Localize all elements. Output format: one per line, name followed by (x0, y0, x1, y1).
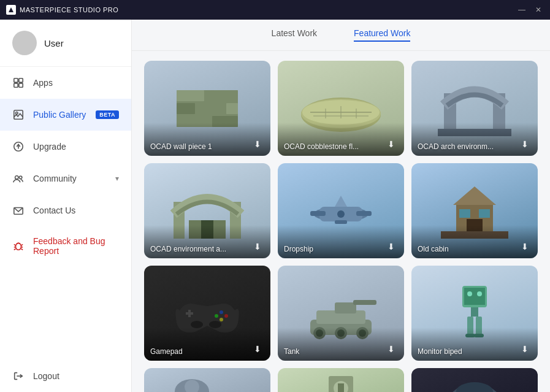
svg-point-89 (456, 382, 493, 393)
svg-rect-23 (177, 103, 195, 114)
svg-rect-66 (335, 302, 356, 313)
svg-point-60 (215, 314, 218, 318)
card-title-tank: Tank (284, 347, 299, 356)
minimize-button[interactable]: — (516, 4, 528, 15)
bug-icon (12, 240, 25, 252)
download-icon-dropship[interactable]: ⬇ (384, 240, 398, 253)
card-footer-ocad-wall: OCAD wall piece 1 ⬇ (144, 123, 270, 156)
svg-rect-1 (14, 79, 18, 82)
svg-point-9 (15, 176, 18, 179)
svg-point-59 (224, 314, 228, 318)
sidebar-item-feedback-label: Feedback and Bug Report (33, 236, 119, 256)
svg-line-16 (21, 244, 23, 245)
app-title: MASTERPIECE STUDIO PRO (20, 6, 118, 13)
download-icon-monitor[interactable]: ⬇ (518, 342, 532, 356)
card-footer-tank: Tank ⬇ (278, 328, 404, 361)
svg-point-61 (220, 318, 223, 321)
card-title-ocad-env: OCAD environment a... (150, 245, 226, 253)
sidebar-item-upgrade[interactable]: Upgrade (0, 131, 131, 163)
card-footer-arch-env: OCAD arch environm... ⬇ (411, 123, 538, 156)
card-title-cobble: OCAD cobblestone fl... (284, 142, 359, 151)
download-icon-ocad-wall[interactable]: ⬇ (251, 137, 264, 151)
download-icon-cabin[interactable]: ⬇ (518, 240, 532, 253)
chevron-down-icon: ▾ (115, 174, 119, 183)
download-icon-tank[interactable]: ⬇ (384, 342, 398, 356)
svg-point-12 (16, 244, 21, 250)
card-cabin[interactable]: Old cabin ⬇ (411, 163, 538, 258)
sidebar-item-logout[interactable]: Logout (0, 360, 131, 392)
close-button[interactable]: ✕ (533, 4, 544, 15)
tab-featured-work[interactable]: Featured Work (354, 28, 410, 42)
svg-point-58 (220, 310, 223, 314)
svg-point-62 (191, 321, 203, 328)
sidebar-item-community-label: Community (33, 174, 107, 183)
card-footer-cabin: Old cabin ⬇ (411, 225, 538, 258)
card-row4-2[interactable] (278, 368, 404, 392)
svg-point-48 (337, 210, 345, 218)
svg-rect-49 (335, 220, 347, 224)
svg-line-13 (14, 244, 16, 245)
logout-icon (12, 370, 25, 382)
download-icon-cobble[interactable]: ⬇ (384, 137, 398, 151)
svg-rect-4 (19, 83, 23, 87)
card-row4-1[interactable] (144, 368, 270, 392)
card-title-dropship: Dropship (284, 245, 313, 253)
svg-rect-54 (479, 209, 490, 218)
card-footer-dropship: Dropship ⬇ (278, 225, 404, 258)
svg-rect-88 (338, 383, 344, 393)
svg-point-10 (19, 176, 21, 179)
sidebar-item-apps-label: Apps (33, 78, 119, 88)
svg-point-6 (16, 112, 18, 115)
user-section: User (0, 20, 131, 67)
card-title-cabin: Old cabin (418, 245, 449, 253)
tab-latest-work[interactable]: Latest Work (272, 28, 317, 42)
titlebar: MASTERPIECE STUDIO PRO — ✕ (0, 0, 550, 20)
svg-rect-21 (177, 90, 204, 101)
tabs-bar: Latest Work Featured Work (132, 20, 550, 51)
svg-rect-67 (353, 300, 376, 305)
card-ocad-cobble[interactable]: OCAD cobblestone fl... ⬇ (278, 61, 404, 156)
svg-rect-25 (226, 103, 238, 114)
svg-line-18 (21, 249, 23, 250)
window-controls: — ✕ (516, 4, 544, 15)
card-ocad-arch-env[interactable]: OCAD arch environm... ⬇ (411, 61, 538, 156)
sidebar-item-apps[interactable]: Apps (0, 67, 131, 99)
card-tank[interactable]: Tank ⬇ (278, 266, 404, 361)
svg-rect-78 (471, 307, 478, 317)
svg-rect-3 (14, 83, 18, 87)
card-monitor-biped[interactable]: Monitor biped ⬇ (411, 266, 538, 361)
sidebar-item-public-gallery[interactable]: Public Gallery BETA (0, 99, 131, 131)
sidebar: User Apps Publi (0, 20, 132, 392)
download-icon-arch-env[interactable]: ⬇ (518, 137, 532, 151)
card-title-ocad-wall: OCAD wall piece 1 (150, 142, 212, 151)
card-row4-3[interactable] (411, 368, 538, 392)
sidebar-item-contact[interactable]: Contact Us (0, 194, 131, 226)
svg-point-76 (467, 291, 472, 296)
card-title-arch-env: OCAD arch environm... (418, 142, 494, 151)
card-dropship[interactable]: Dropship ⬇ (278, 163, 404, 258)
svg-rect-47 (356, 211, 372, 216)
sidebar-item-community[interactable]: Community ▾ (0, 163, 131, 194)
svg-rect-46 (310, 211, 326, 216)
card-ocad-wall[interactable]: OCAD wall piece 1 ⬇ (144, 61, 270, 156)
sidebar-item-feedback[interactable]: Feedback and Bug Report (0, 226, 131, 266)
svg-point-63 (209, 321, 221, 328)
card-ocad-env[interactable]: OCAD environment a... ⬇ (144, 163, 270, 258)
card-footer-ocad-env: OCAD environment a... ⬇ (144, 225, 270, 258)
app-body: User Apps Publi (0, 20, 550, 392)
community-icon (12, 172, 25, 185)
upgrade-icon (12, 140, 25, 153)
card-title-monitor: Monitor biped (418, 347, 462, 356)
card-gamepad[interactable]: Gamepad ⬇ (144, 266, 270, 361)
card-preview-r2 (278, 368, 404, 392)
titlebar-left: MASTERPIECE STUDIO PRO (6, 5, 118, 15)
download-icon-gamepad[interactable]: ⬇ (251, 342, 264, 356)
svg-rect-57 (188, 310, 191, 317)
gallery: OCAD wall piece 1 ⬇ (132, 51, 550, 392)
card-footer-cobble: OCAD cobblestone fl... ⬇ (278, 123, 404, 156)
download-icon-ocad-env[interactable]: ⬇ (251, 240, 264, 253)
app-logo (6, 5, 16, 15)
gallery-grid: OCAD wall piece 1 ⬇ (144, 61, 538, 392)
gallery-icon (12, 109, 25, 121)
avatar (12, 31, 37, 55)
